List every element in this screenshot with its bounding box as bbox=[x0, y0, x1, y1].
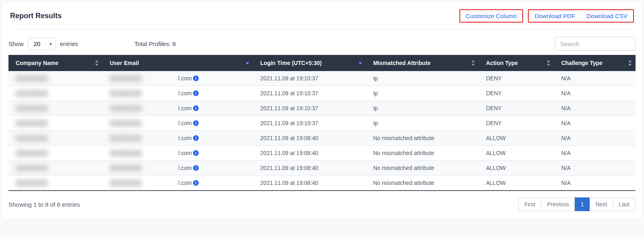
cell-company: ████████ bbox=[8, 161, 102, 176]
redacted-text: ████████ bbox=[16, 120, 48, 126]
info-icon[interactable]: i bbox=[193, 76, 199, 81]
cell-challenge: N/A bbox=[554, 161, 636, 176]
search-input[interactable] bbox=[555, 37, 636, 51]
cell-company: ████████ bbox=[8, 71, 102, 86]
cell-mismatch: No mismatched attribute bbox=[366, 146, 479, 161]
info-icon[interactable]: i bbox=[193, 180, 199, 186]
cell-challenge: N/A bbox=[554, 116, 636, 131]
redacted-text: ████████ bbox=[16, 150, 48, 156]
cell-mismatch: Ip bbox=[366, 101, 479, 116]
column-header-action[interactable]: Action Type bbox=[479, 55, 554, 71]
info-icon[interactable]: i bbox=[193, 135, 199, 141]
cell-challenge: N/A bbox=[554, 131, 636, 146]
column-label: Login Time (UTC+5:30) bbox=[260, 60, 322, 66]
cell-action: DENY bbox=[479, 116, 554, 131]
cell-challenge: N/A bbox=[554, 71, 636, 86]
cell-email: ████████l.comi bbox=[102, 131, 253, 146]
page-next-button[interactable]: Next bbox=[590, 197, 613, 211]
redacted-text: ████████ bbox=[110, 75, 178, 82]
table-row: ████████████████l.comi2021.11.09 at 19:0… bbox=[8, 176, 636, 191]
cell-mismatch: Ip bbox=[366, 116, 479, 131]
column-label: Company Name bbox=[16, 60, 58, 66]
cell-challenge: N/A bbox=[554, 86, 636, 101]
column-label: User Email bbox=[110, 60, 139, 66]
customize-column-button[interactable]: Customize Column bbox=[466, 13, 517, 19]
cell-challenge: N/A bbox=[554, 101, 636, 116]
pagination: First Previous 1 Next Last bbox=[518, 197, 636, 211]
cell-action: DENY bbox=[479, 71, 554, 86]
info-icon[interactable]: i bbox=[193, 150, 199, 156]
table-body: ████████████████l.comi2021.11.09 at 19:1… bbox=[8, 71, 636, 191]
table-row: ████████████████l.comi2021.11.09 at 19:0… bbox=[8, 131, 636, 146]
panel-header: Report Results Customize Column Download… bbox=[8, 7, 636, 29]
cell-company: ████████ bbox=[8, 86, 102, 101]
cell-action: ALLOW bbox=[479, 161, 554, 176]
cell-email: ████████l.comi bbox=[102, 101, 253, 116]
page-last-button[interactable]: Last bbox=[613, 197, 636, 211]
download-pdf-button[interactable]: Download PDF bbox=[534, 13, 575, 19]
page-size-control: Show 20 entries bbox=[8, 38, 78, 50]
cell-email: ████████l.comi bbox=[102, 71, 253, 86]
info-icon[interactable]: i bbox=[193, 105, 199, 111]
table-controls: Show 20 entries Total Profiles: 8 bbox=[8, 37, 636, 51]
cell-company: ████████ bbox=[8, 131, 102, 146]
column-header-company[interactable]: Company Name bbox=[8, 55, 102, 71]
cell-mismatch: Ip bbox=[366, 71, 479, 86]
email-suffix: l.com bbox=[178, 135, 191, 141]
column-header-challenge[interactable]: Challenge Type bbox=[554, 55, 636, 71]
email-suffix: l.com bbox=[178, 90, 191, 96]
page-previous-button[interactable]: Previous bbox=[541, 197, 575, 211]
cell-login: 2021.11.09 at 19:10:37 bbox=[253, 116, 366, 131]
cell-mismatch: No mismatched attribute bbox=[366, 131, 479, 146]
table-row: ████████████████l.comi2021.11.09 at 19:1… bbox=[8, 86, 636, 101]
page-size-select[interactable]: 20 bbox=[28, 38, 56, 50]
cell-login: 2021.11.09 at 19:08:40 bbox=[253, 161, 366, 176]
page-first-button[interactable]: First bbox=[518, 197, 541, 211]
email-suffix: l.com bbox=[178, 120, 191, 126]
cell-mismatch: No mismatched attribute bbox=[366, 176, 479, 191]
cell-company: ████████ bbox=[8, 101, 102, 116]
cell-company: ████████ bbox=[8, 116, 102, 131]
table-row: ████████████████l.comi2021.11.09 at 19:1… bbox=[8, 116, 636, 131]
page-1-button[interactable]: 1 bbox=[575, 197, 590, 211]
email-suffix: l.com bbox=[178, 105, 191, 111]
redacted-text: ████████ bbox=[16, 135, 48, 141]
cell-email: ████████l.comi bbox=[102, 161, 253, 176]
cell-login: 2021.11.09 at 19:10:37 bbox=[253, 101, 366, 116]
redacted-text: ████████ bbox=[16, 165, 48, 171]
email-suffix: l.com bbox=[178, 180, 191, 186]
cell-email: ████████l.comi bbox=[102, 146, 253, 161]
cell-challenge: N/A bbox=[554, 176, 636, 191]
redacted-text: ████████ bbox=[110, 105, 178, 111]
redacted-text: ████████ bbox=[16, 105, 48, 111]
redacted-text: ████████ bbox=[110, 150, 178, 156]
cell-action: ALLOW bbox=[479, 131, 554, 146]
info-icon[interactable]: i bbox=[193, 120, 199, 126]
column-header-mismatch[interactable]: Mismatched Attribute bbox=[366, 55, 479, 71]
table-row: ████████████████l.comi2021.11.09 at 19:0… bbox=[8, 161, 636, 176]
cell-action: DENY bbox=[479, 101, 554, 116]
table-row: ████████████████l.comi2021.11.09 at 19:1… bbox=[8, 101, 636, 116]
cell-login: 2021.11.09 at 19:08:40 bbox=[253, 131, 366, 146]
cell-login: 2021.11.09 at 19:08:40 bbox=[253, 146, 366, 161]
showing-summary: Showing 1 to 8 of 8 entries bbox=[8, 201, 80, 208]
cell-login: 2021.11.09 at 19:10:37 bbox=[253, 71, 366, 86]
column-header-email[interactable]: User Email bbox=[102, 55, 253, 71]
cell-action: ALLOW bbox=[479, 146, 554, 161]
redacted-text: ████████ bbox=[110, 120, 178, 126]
redacted-text: ████████ bbox=[110, 165, 178, 171]
download-csv-button[interactable]: Download CSV bbox=[586, 13, 627, 19]
info-icon[interactable]: i bbox=[193, 90, 199, 96]
table-row: ████████████████l.comi2021.11.09 at 19:0… bbox=[8, 146, 636, 161]
download-group: Download PDF Download CSV bbox=[528, 9, 634, 23]
cell-mismatch: Ip bbox=[366, 86, 479, 101]
show-label-prefix: Show bbox=[8, 40, 24, 47]
show-label-suffix: entries bbox=[60, 40, 78, 47]
column-header-login[interactable]: Login Time (UTC+5:30) bbox=[253, 55, 366, 71]
cell-action: DENY bbox=[479, 86, 554, 101]
info-icon[interactable]: i bbox=[193, 165, 199, 171]
redacted-text: ████████ bbox=[110, 90, 178, 96]
page-title: Report Results bbox=[10, 12, 62, 20]
redacted-text: ████████ bbox=[110, 135, 178, 141]
cell-mismatch: No mismatched attribute bbox=[366, 161, 479, 176]
